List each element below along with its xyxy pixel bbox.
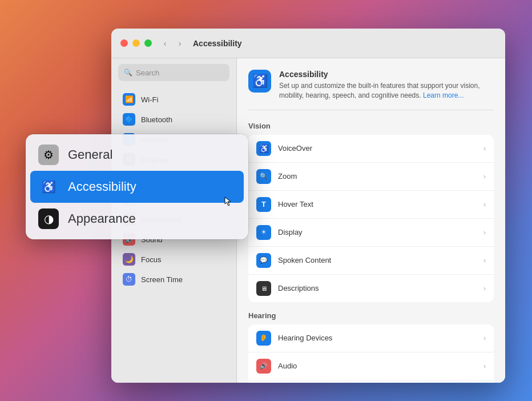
zoom-chevron: › xyxy=(483,173,486,181)
vision-settings-list: ♿ VoiceOver › 🔍 Zoom › T Hover Text › ☀ … xyxy=(248,135,494,302)
audio-chevron: › xyxy=(483,362,486,370)
settings-row-descriptions[interactable]: 🖥 Descriptions › xyxy=(248,275,494,302)
hover-item-accessibility[interactable]: ♿ Accessibility xyxy=(30,171,244,203)
spoken-icon: 💬 xyxy=(256,253,271,268)
sidebar-item-screentime[interactable]: ⏱ Screen Time xyxy=(115,270,233,289)
settings-row-voiceover[interactable]: ♿ VoiceOver › xyxy=(248,135,494,163)
descriptions-icon: 🖥 xyxy=(256,281,271,296)
sidebar-item-screentime-label: Screen Time xyxy=(141,275,183,284)
hovertext-icon: T xyxy=(256,197,271,212)
spoken-chevron: › xyxy=(483,256,486,264)
audio-icon: 🔊 xyxy=(256,359,271,374)
zoom-label: Zoom xyxy=(278,172,477,181)
hovertext-label: Hover Text xyxy=(278,200,477,208)
titlebar: ‹ › Accessibility xyxy=(111,29,505,58)
header-description: Set up and customize the built-in featur… xyxy=(279,81,494,101)
settings-row-captions[interactable]: 💬 Captions › xyxy=(248,380,494,383)
appearance-hover-icon: ◑ xyxy=(38,208,59,229)
display-icon: ☀ xyxy=(256,225,271,240)
header-title: Accessibility xyxy=(279,70,494,79)
learn-more-link[interactable]: Learn more... xyxy=(423,91,464,99)
forward-button[interactable]: › xyxy=(174,37,186,50)
traffic-lights xyxy=(120,39,152,47)
maximize-button[interactable] xyxy=(144,39,152,47)
sidebar-item-focus[interactable]: 🌙 Focus xyxy=(115,250,233,269)
right-panel: ♿ Accessibility Set up and customize the… xyxy=(237,58,505,383)
hover-window: ⚙ General ♿ Accessibility ◑ Appearance xyxy=(26,134,248,239)
hover-item-appearance-label: Appearance xyxy=(68,211,136,226)
sidebar-item-bluetooth[interactable]: 🔷 Bluetooth xyxy=(115,110,233,129)
accessibility-header-icon: ♿ xyxy=(248,70,271,93)
voiceover-chevron: › xyxy=(483,145,486,153)
minimize-button[interactable] xyxy=(132,39,140,47)
zoom-icon: 🔍 xyxy=(256,169,271,184)
wifi-icon: 📶 xyxy=(123,93,135,106)
search-icon: 🔍 xyxy=(124,69,132,77)
settings-row-audio[interactable]: 🔊 Audio › xyxy=(248,352,494,380)
search-placeholder: Search xyxy=(136,69,159,77)
settings-row-hearing-devices[interactable]: 👂 Hearing Devices › xyxy=(248,324,494,352)
close-button[interactable] xyxy=(120,39,128,47)
hearing-devices-icon: 👂 xyxy=(256,331,271,346)
settings-row-zoom[interactable]: 🔍 Zoom › xyxy=(248,163,494,191)
voiceover-icon: ♿ xyxy=(256,141,271,156)
window-title: Accessibility xyxy=(193,39,242,48)
hearing-settings-list: 👂 Hearing Devices › 🔊 Audio › 💬 Captions… xyxy=(248,324,494,383)
settings-row-spoken[interactable]: 💬 Spoken Content › xyxy=(248,247,494,275)
bluetooth-icon: 🔷 xyxy=(123,113,135,126)
sidebar-item-bluetooth-label: Bluetooth xyxy=(141,115,172,124)
vision-section-title: Vision xyxy=(248,122,494,130)
hovertext-chevron: › xyxy=(483,201,486,208)
settings-row-hovertext[interactable]: T Hover Text › xyxy=(248,191,494,219)
sidebar-item-focus-label: Focus xyxy=(141,255,161,264)
audio-label: Audio xyxy=(278,362,477,370)
search-bar[interactable]: 🔍 Search xyxy=(118,64,229,81)
display-chevron: › xyxy=(483,228,486,236)
descriptions-label: Descriptions xyxy=(278,284,477,292)
back-button[interactable]: ‹ xyxy=(159,37,171,50)
hearing-devices-chevron: › xyxy=(483,334,486,342)
voiceover-label: VoiceOver xyxy=(278,144,477,153)
screentime-icon: ⏱ xyxy=(123,273,135,286)
descriptions-chevron: › xyxy=(483,284,486,292)
display-label: Display xyxy=(278,228,477,236)
accessibility-hover-icon: ♿ xyxy=(38,177,59,197)
focus-icon: 🌙 xyxy=(123,253,135,266)
nav-arrows: ‹ › xyxy=(159,37,186,50)
sidebar-item-wifi-label: Wi-Fi xyxy=(141,95,158,104)
header-text: Accessibility Set up and customize the b… xyxy=(279,70,494,101)
accessibility-header: ♿ Accessibility Set up and customize the… xyxy=(248,70,494,110)
hover-item-general[interactable]: ⚙ General xyxy=(30,139,244,171)
hearing-devices-label: Hearing Devices xyxy=(278,334,477,342)
hearing-section-title: Hearing xyxy=(248,311,494,320)
settings-row-display[interactable]: ☀ Display › xyxy=(248,219,494,247)
hover-item-accessibility-label: Accessibility xyxy=(68,179,136,194)
hover-item-appearance[interactable]: ◑ Appearance xyxy=(30,203,244,235)
sidebar-item-wifi[interactable]: 📶 Wi-Fi xyxy=(115,90,233,109)
general-icon: ⚙ xyxy=(38,145,59,165)
hover-item-general-label: General xyxy=(68,147,112,162)
spoken-label: Spoken Content xyxy=(278,256,477,264)
